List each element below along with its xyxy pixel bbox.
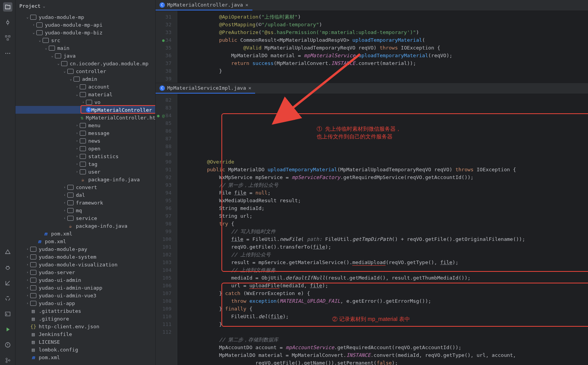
code-line[interactable] — [183, 150, 588, 158]
project-tool-icon[interactable] — [3, 2, 12, 12]
tree-item[interactable]: ⇅MpMaterialController.http — [15, 114, 155, 121]
tree-item[interactable]: ☕package-info.java — [15, 176, 155, 183]
tree-item[interactable]: ⌄admin — [15, 75, 155, 83]
tree-item[interactable]: ⌄java — [15, 52, 155, 60]
code-line[interactable]: public CommonResult<MpMaterialUploadResp… — [183, 36, 588, 44]
tree-item[interactable]: ›yudao-ui-admin-uniapp — [15, 284, 155, 292]
tree-arrow[interactable]: › — [25, 255, 30, 259]
tree-item[interactable]: ⌄yudao-module-mp — [15, 13, 155, 21]
code-line[interactable]: // 第二步，存储到数据库 — [183, 336, 588, 344]
vcs-tool-icon[interactable] — [3, 356, 12, 365]
problems-tool-icon[interactable] — [3, 340, 12, 350]
tree-item[interactable]: ⌄yudao-module-mp-biz — [15, 29, 155, 36]
tree-item[interactable]: ›mq — [15, 206, 155, 214]
tree-arrow[interactable]: ⌄ — [68, 77, 74, 81]
tree-arrow[interactable]: › — [31, 23, 36, 27]
code-line[interactable]: } — [183, 321, 588, 328]
tree-arrow[interactable]: ⌄ — [25, 15, 30, 19]
tree-arrow[interactable]: › — [74, 85, 80, 89]
code-line[interactable]: File file = null; — [183, 189, 588, 197]
tree-item[interactable]: ›service — [15, 214, 155, 222]
commit-tool-icon[interactable] — [3, 18, 12, 27]
editor-bottom[interactable]: 8283● @848586878889909192939495969798991… — [156, 94, 588, 365]
code-line[interactable] — [183, 328, 588, 336]
tree-item[interactable]: ▤.gitattributes — [15, 307, 155, 315]
tree-item[interactable]: mpom.xml — [15, 237, 155, 245]
tree-arrow[interactable]: ⌄ — [56, 61, 61, 65]
build-tool-icon[interactable] — [3, 247, 12, 257]
close-icon[interactable]: × — [245, 2, 249, 8]
code-line[interactable]: String url; — [183, 212, 588, 220]
code-line[interactable]: // 上传到文件服务 — [183, 266, 588, 274]
code-line[interactable] — [183, 75, 588, 83]
tree-item[interactable]: ›dal — [15, 191, 155, 199]
code-line[interactable]: FileUtil.del(file); — [183, 313, 588, 321]
code-line[interactable]: try { — [183, 220, 588, 228]
tree-arrow[interactable]: › — [74, 162, 80, 166]
code-line[interactable]: WxMediaUploadResult result; — [183, 197, 588, 205]
tree-item[interactable]: ▤Jenkinsfile — [15, 330, 155, 338]
tree-item[interactable]: ›statistics — [15, 152, 155, 160]
tree-item[interactable]: ⌄controller — [15, 67, 155, 75]
terminal-tool-icon[interactable] — [3, 309, 12, 319]
code-line[interactable]: throw exception(MATERIAL_UPLOAD_FAIL, e.… — [183, 297, 588, 305]
code-line[interactable]: MpAccountDO account = mpAccountService.g… — [183, 344, 588, 351]
code-line[interactable]: MpMaterialDO material = MpMaterialConver… — [183, 351, 588, 359]
tree-item[interactable]: ›news — [15, 137, 155, 145]
tree-item[interactable]: CMpMaterialController — [15, 106, 155, 114]
tree-arrow[interactable]: › — [62, 208, 67, 212]
tab-bottom[interactable]: C MpMaterialServiceImpl.java × — [156, 83, 255, 94]
code-line[interactable]: WxMpService mpService = mpServiceFactory… — [183, 174, 588, 181]
tree-item[interactable]: ›tag — [15, 160, 155, 168]
tree-arrow[interactable]: › — [25, 270, 30, 274]
tree-item[interactable]: ›convert — [15, 183, 155, 191]
editor-top[interactable]: 313233●343536373839 @ApiOperation("上传临时素… — [156, 11, 588, 83]
tree-item[interactable]: ⌄src — [15, 36, 155, 44]
code-line[interactable]: String mediaId; — [183, 205, 588, 212]
code-line[interactable]: @Override — [183, 158, 588, 166]
tree-arrow[interactable]: › — [74, 131, 80, 135]
code-line[interactable]: return success(MpMaterialConvert.INSTANC… — [183, 60, 588, 67]
run-tool-icon[interactable] — [3, 325, 12, 334]
tree-arrow[interactable]: › — [25, 301, 30, 305]
tree-item[interactable]: ›user — [15, 168, 155, 176]
tree-arrow[interactable]: › — [25, 293, 30, 297]
tree-item[interactable]: ⌄main — [15, 44, 155, 52]
tree-arrow[interactable]: › — [25, 263, 30, 266]
code-line[interactable]: @Valid MpMaterialUploadTemporaryReqVO re… — [183, 44, 588, 52]
tree-arrow[interactable]: › — [62, 216, 67, 220]
code-line[interactable]: // 写入到临时文件 — [183, 228, 588, 235]
tree-item[interactable]: {}http-client.env.json — [15, 322, 155, 330]
tree-arrow[interactable]: › — [62, 193, 67, 197]
tree-item[interactable]: ›vo — [15, 98, 155, 106]
tree-arrow[interactable]: ⌄ — [31, 31, 36, 34]
tree-arrow[interactable]: › — [62, 185, 67, 189]
close-icon[interactable]: × — [249, 85, 252, 91]
tree-item[interactable]: ›account — [15, 83, 155, 90]
tree-item[interactable]: mpom.xml — [15, 353, 155, 361]
tree-item[interactable]: ▤lombok.config — [15, 346, 155, 353]
tree-item[interactable]: ›yudao-module-mp-api — [15, 21, 155, 29]
tree-arrow[interactable]: › — [25, 286, 30, 290]
tree-arrow[interactable]: ⌄ — [37, 38, 43, 42]
tree-arrow[interactable]: ⌄ — [74, 92, 80, 96]
tree-arrow[interactable]: › — [74, 123, 80, 127]
code-line[interactable]: @PostMapping(©"/upload-temporary") — [183, 21, 588, 29]
tree-arrow[interactable]: › — [25, 278, 30, 282]
code-line[interactable]: } — [183, 67, 588, 75]
code-line[interactable]: reqVO.getFile().getName()).setPermanent(… — [183, 359, 588, 365]
tree-item[interactable]: ›yudao-ui-admin — [15, 276, 155, 284]
code-line[interactable]: result = mpService.getMaterialService().… — [183, 259, 588, 266]
tree-item[interactable]: ⌄cn.iocoder.yudao.module.mp — [15, 60, 155, 67]
code-line[interactable]: @PreAuthorize("@ss.hasPermission('mp:mat… — [183, 29, 588, 36]
tree-arrow[interactable]: › — [81, 100, 86, 104]
tree-item[interactable]: ›menu — [15, 121, 155, 129]
code-bottom[interactable]: ① 先上传临时素材到微信服务器，也上传文件到自己的文件服务器 ② 记录素材到 m… — [177, 94, 588, 365]
project-header[interactable]: Project ⌄ — [15, 0, 155, 12]
project-tree[interactable]: ⌄yudao-module-mp›yudao-module-mp-api⌄yud… — [15, 12, 155, 365]
tab-top[interactable]: C MpMaterialController.java × — [156, 0, 252, 10]
code-top[interactable]: @ApiOperation("上传临时素材") @PostMapping(©"/… — [177, 11, 588, 83]
code-line[interactable]: url = uploadFile(mediaId, file); — [183, 282, 588, 290]
tree-arrow[interactable]: ⌄ — [43, 46, 49, 50]
tree-arrow[interactable]: ⌄ — [62, 69, 67, 73]
